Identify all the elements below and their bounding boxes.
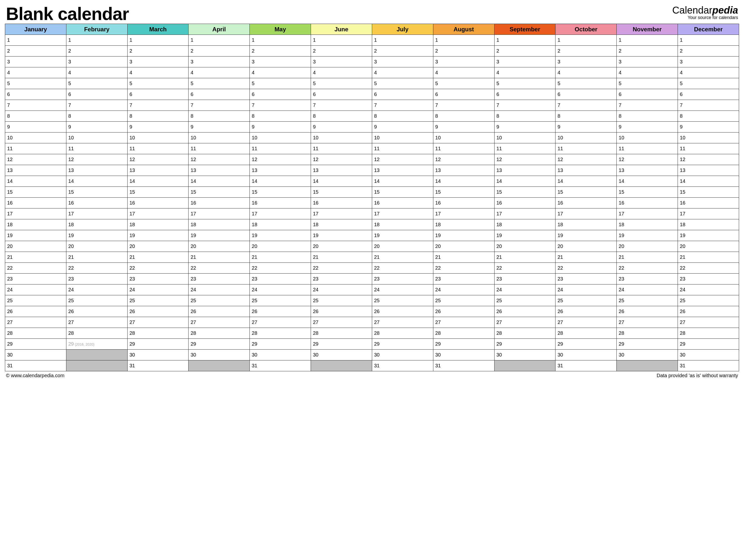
day-cell: 16 <box>433 198 494 209</box>
day-cell: 30 <box>555 349 617 361</box>
day-cell: 8 <box>189 111 250 122</box>
day-cell: 5 <box>617 78 678 89</box>
day-cell: 28 <box>189 328 250 339</box>
day-cell: 27 <box>189 317 250 328</box>
day-cell: 1 <box>433 35 494 46</box>
day-cell: 9 <box>494 122 555 133</box>
day-cell <box>189 361 250 371</box>
day-cell: 11 <box>250 143 311 154</box>
day-cell: 11 <box>433 143 494 154</box>
day-cell: 21 <box>5 252 66 263</box>
month-header: November <box>617 24 678 35</box>
day-cell: 4 <box>678 67 739 78</box>
day-cell: 3 <box>555 57 617 67</box>
day-cell: 12 <box>678 154 739 165</box>
day-row: 191919191919191919191919 <box>5 230 739 241</box>
day-cell: 12 <box>311 154 372 165</box>
day-row: 232323232323232323232323 <box>5 273 739 285</box>
day-cell: 6 <box>678 89 739 100</box>
day-cell: 17 <box>189 209 250 219</box>
day-cell: 19 <box>555 230 617 241</box>
day-cell: 10 <box>5 133 66 143</box>
day-cell: 14 <box>311 176 372 187</box>
day-cell: 28 <box>555 328 617 339</box>
day-cell: 13 <box>127 165 189 176</box>
day-cell: 21 <box>127 252 189 263</box>
day-cell: 15 <box>127 187 189 198</box>
day-cell: 24 <box>250 285 311 295</box>
day-cell: 11 <box>311 143 372 154</box>
day-cell: 28 <box>617 328 678 339</box>
day-cell: 20 <box>250 241 311 252</box>
day-cell: 23 <box>311 273 372 285</box>
day-cell: 16 <box>127 198 189 209</box>
month-header-row: JanuaryFebruaryMarchAprilMayJuneJulyAugu… <box>5 24 739 35</box>
day-cell: 20 <box>127 241 189 252</box>
day-cell: 7 <box>617 100 678 111</box>
day-cell: 11 <box>5 143 66 154</box>
day-cell: 3 <box>678 57 739 67</box>
day-cell: 11 <box>372 143 433 154</box>
day-cell: 26 <box>5 306 66 317</box>
month-header: August <box>433 24 494 35</box>
brand-tagline: Your source for calendars <box>672 15 738 20</box>
day-row: 222222222222222222222222 <box>5 263 739 273</box>
day-cell: 29 <box>5 339 66 349</box>
day-cell: 21 <box>311 252 372 263</box>
day-cell: 30 <box>189 349 250 361</box>
day-cell: 28 <box>127 328 189 339</box>
day-cell: 13 <box>433 165 494 176</box>
day-cell: 6 <box>617 89 678 100</box>
day-cell: 26 <box>250 306 311 317</box>
day-row: 101010101010101010101010 <box>5 133 739 143</box>
day-cell: 1 <box>494 35 555 46</box>
day-cell: 12 <box>617 154 678 165</box>
day-cell: 28 <box>372 328 433 339</box>
day-row: 282828282828282828282828 <box>5 328 739 339</box>
day-row: 3030303030303030303030 <box>5 349 739 361</box>
day-cell: 9 <box>189 122 250 133</box>
day-cell: 2 <box>66 46 127 57</box>
day-cell: 3 <box>189 57 250 67</box>
day-cell: 26 <box>678 306 739 317</box>
day-cell: 19 <box>5 230 66 241</box>
day-cell: 26 <box>494 306 555 317</box>
day-cell: 9 <box>66 122 127 133</box>
day-cell: 25 <box>372 295 433 306</box>
day-cell: 23 <box>617 273 678 285</box>
day-cell: 4 <box>66 67 127 78</box>
day-cell: 9 <box>5 122 66 133</box>
day-cell: 16 <box>678 198 739 209</box>
day-cell: 17 <box>617 209 678 219</box>
day-cell: 19 <box>617 230 678 241</box>
day-cell: 28 <box>250 328 311 339</box>
day-cell <box>617 361 678 371</box>
month-header: July <box>372 24 433 35</box>
day-cell: 24 <box>372 285 433 295</box>
day-cell: 21 <box>66 252 127 263</box>
day-cell: 30 <box>678 349 739 361</box>
day-cell: 12 <box>189 154 250 165</box>
day-cell: 26 <box>311 306 372 317</box>
day-cell: 21 <box>372 252 433 263</box>
day-row: 161616161616161616161616 <box>5 198 739 209</box>
day-cell: 14 <box>372 176 433 187</box>
day-cell: 24 <box>433 285 494 295</box>
day-cell: 24 <box>555 285 617 295</box>
day-cell: 4 <box>127 67 189 78</box>
day-cell: 15 <box>372 187 433 198</box>
day-cell: 31 <box>127 361 189 371</box>
day-cell: 2 <box>555 46 617 57</box>
day-cell: 8 <box>494 111 555 122</box>
day-cell: 24 <box>5 285 66 295</box>
day-cell: 5 <box>678 78 739 89</box>
day-cell: 27 <box>127 317 189 328</box>
day-cell: 25 <box>494 295 555 306</box>
day-cell: 2 <box>494 46 555 57</box>
day-row: 666666666666 <box>5 89 739 100</box>
day-cell: 5 <box>250 78 311 89</box>
day-cell: 10 <box>189 133 250 143</box>
day-cell: 10 <box>555 133 617 143</box>
day-cell: 12 <box>250 154 311 165</box>
day-cell: 14 <box>189 176 250 187</box>
